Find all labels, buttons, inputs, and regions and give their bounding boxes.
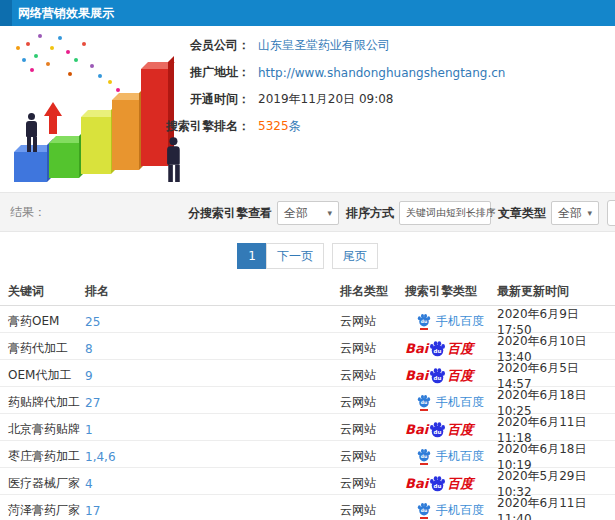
updated-time-cell: 2020年6月11日 11:40 — [497, 495, 615, 520]
rank-link[interactable]: 27 — [85, 396, 340, 410]
rank-link[interactable]: 8 — [85, 342, 340, 356]
svg-text:du: du — [421, 509, 427, 514]
rank-type-cell: 云网站 — [340, 502, 405, 519]
info-field: 会员公司： 山东皇圣堂药业有限公司 — [150, 32, 505, 59]
rank-type-cell: 云网站 — [340, 340, 405, 357]
col-header-keyword: 关键词 — [8, 283, 85, 300]
col-header-engine-type: 搜索引擎类型 — [405, 283, 497, 300]
keyword-cell: 北京膏药贴牌 — [8, 421, 85, 438]
rank-type-cell: 云网站 — [340, 475, 405, 492]
info-field: 开通时间： 2019年11月20日 09:08 — [150, 86, 505, 113]
engine-label: 手机百度 — [436, 448, 484, 465]
info-field-value: 5325条 — [258, 118, 301, 135]
keyword-cell: 膏药代加工 — [8, 340, 85, 357]
chart-bar-green — [49, 143, 79, 178]
rank-link[interactable]: 4 — [85, 477, 340, 491]
mobile-baidu-icon: du 手机百度 — [417, 394, 484, 411]
sort-filter-label: 排序方式 — [346, 205, 394, 222]
article-type-value: 全部 — [558, 205, 582, 222]
keyword-cell: 菏泽膏药厂家 — [8, 502, 85, 519]
businessman-figure — [22, 113, 42, 152]
engine-type-cell: du 手机百度 — [405, 502, 497, 520]
keyword-cell: 枣庄膏药加工 — [8, 448, 85, 465]
rank-link[interactable]: 17 — [85, 504, 340, 518]
last-page-button[interactable]: 尾页 — [332, 243, 378, 269]
info-field-label: 搜索引擎排名： — [150, 118, 250, 135]
table-header-row: 关键词 排名 排名类型 搜索引擎类型 最新更新时间 — [0, 278, 615, 306]
col-header-rank-type: 排名类型 — [340, 283, 405, 300]
filter-controls: 分搜索引擎查看 全部 ▾ 排序方式 关键词由短到长排序 ▾ 文章类型 全部 ▾ … — [188, 200, 615, 226]
article-type-label: 文章类型 — [498, 205, 546, 222]
table-row: 膏药代加工 8 云网站 Bai du 百度 2020年6月10日 13:40 — [0, 333, 615, 360]
info-field: 推广地址： http://www.shandonghuangshengtang.… — [150, 59, 505, 86]
businessman-figure — [163, 137, 186, 182]
svg-text:du: du — [434, 348, 442, 354]
engine-type-cell: du 手机百度 — [405, 394, 497, 412]
engine-select[interactable]: 全部 ▾ — [277, 201, 339, 225]
info-field-value[interactable]: 山东皇圣堂药业有限公司 — [258, 37, 390, 54]
mobile-baidu-icon: du 手机百度 — [417, 448, 484, 465]
svg-text:du: du — [421, 401, 427, 406]
rank-type-cell: 云网站 — [340, 313, 405, 330]
baidu-logo-icon: Bai du 百度 — [405, 367, 473, 385]
rank-link[interactable]: 1,4,6 — [85, 450, 340, 464]
svg-text:du: du — [434, 483, 442, 489]
rank-link[interactable]: 9 — [85, 369, 340, 383]
rank-type-cell: 云网站 — [340, 394, 405, 411]
next-page-button[interactable]: 下一页 — [266, 243, 324, 269]
mobile-baidu-icon: du 手机百度 — [417, 313, 484, 330]
chart-bar-blue — [14, 152, 47, 182]
table-row: 膏药OEM 25 云网站 du 手机百度 2020年6月9日 17:50 — [0, 306, 615, 333]
engine-select-value: 全部 — [284, 205, 308, 222]
svg-text:du: du — [421, 320, 427, 325]
page-1-button[interactable]: 1 — [237, 243, 267, 269]
engine-label: 手机百度 — [436, 313, 484, 330]
svg-text:du: du — [434, 375, 442, 381]
baidu-logo-icon: Bai du 百度 — [405, 475, 473, 493]
baidu-logo-icon: Bai du 百度 — [405, 340, 473, 358]
rank-link[interactable]: 1 — [85, 423, 340, 437]
info-field-value[interactable]: http://www.shandonghuangshengtang.cn — [258, 66, 505, 80]
info-field: 搜索引擎排名： 5325条 — [150, 113, 505, 140]
table-row: 菏泽膏药厂家 17 云网站 du 手机百度 2020年6月11日 11:40 — [0, 495, 615, 520]
header-accent-block — [0, 0, 12, 26]
marketing-report-page: 网络营销效果展示 会员公司： 山东皇圣堂药业有限公司 推广地址： http://… — [0, 0, 615, 520]
keyword-cell: 膏药OEM — [8, 313, 85, 330]
caret-down-icon: ▾ — [587, 208, 592, 218]
ranking-count-unit: 条 — [289, 119, 301, 133]
table-row: 北京膏药贴牌 1 云网站 Bai du 百度 2020年6月11日 11:18 — [0, 414, 615, 441]
result-label: 结果： — [10, 193, 46, 231]
table-row: 药贴牌代加工 27 云网站 du 手机百度 2020年6月18日 10:25 — [0, 387, 615, 414]
rank-type-cell: 云网站 — [340, 421, 405, 438]
chart-bar-yellow — [81, 117, 111, 174]
sort-select[interactable]: 关键词由短到长排序 ▾ — [399, 201, 491, 225]
col-header-updated: 最新更新时间 — [497, 283, 615, 300]
company-info-panel: 会员公司： 山东皇圣堂药业有限公司 推广地址： http://www.shand… — [150, 32, 505, 140]
submit-button[interactable]: 提交 — [607, 200, 615, 226]
engine-type-cell: du 手机百度 — [405, 313, 497, 331]
rank-link[interactable]: 25 — [85, 315, 340, 329]
confetti-dots — [8, 28, 12, 32]
info-field-label: 推广地址： — [150, 64, 250, 81]
keyword-cell: 药贴牌代加工 — [8, 394, 85, 411]
article-type-select[interactable]: 全部 ▾ — [551, 201, 599, 225]
chart-bar-orange — [112, 100, 139, 170]
table-row: 枣庄膏药加工 1,4,6 云网站 du 手机百度 2020年6月18日 10:1… — [0, 441, 615, 468]
info-field-label: 会员公司： — [150, 37, 250, 54]
rank-type-cell: 云网站 — [340, 367, 405, 384]
caret-down-icon: ▾ — [327, 208, 332, 218]
engine-type-cell: Bai du 百度 — [405, 475, 497, 493]
page-title: 网络营销效果展示 — [18, 0, 114, 26]
engine-type-cell: Bai du 百度 — [405, 340, 497, 358]
pagination: 1 下一页 尾页 — [0, 243, 615, 269]
keyword-cell: OEM代加工 — [8, 367, 85, 384]
svg-text:du: du — [434, 429, 442, 435]
engine-label: 手机百度 — [436, 394, 484, 411]
mobile-baidu-icon: du 手机百度 — [417, 502, 484, 519]
info-field-label: 开通时间： — [150, 91, 250, 108]
app-header: 网络营销效果展示 — [0, 0, 615, 26]
growth-arrow-icon — [44, 102, 62, 134]
ranking-count: 5325 — [258, 119, 289, 133]
info-field-value: 2019年11月20日 09:08 — [258, 91, 393, 108]
table-row: 医疗器械厂家 4 云网站 Bai du 百度 2020年5月29日 10:32 — [0, 468, 615, 495]
